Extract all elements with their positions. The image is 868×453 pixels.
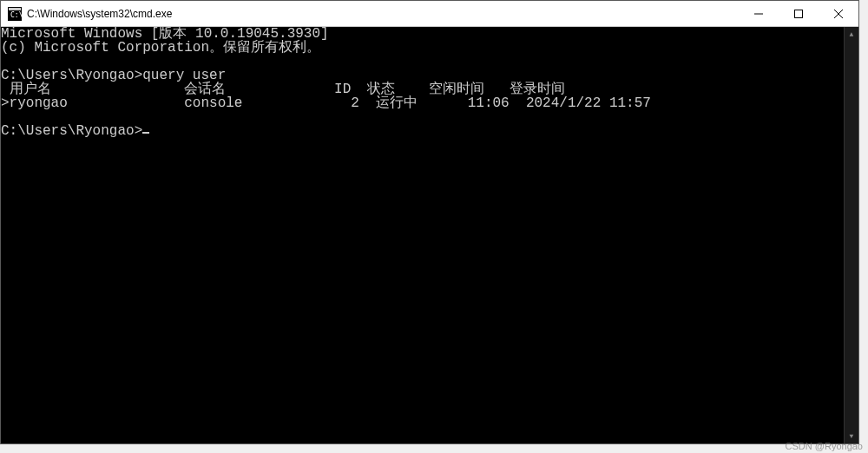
svg-rect-4 bbox=[795, 10, 803, 17]
close-button[interactable] bbox=[819, 1, 858, 26]
terminal-area[interactable]: Microsoft Windows [版本 10.0.19045.3930] (… bbox=[1, 27, 858, 443]
query-row: >ryongao console 2 运行中 11:06 2024/1/22 1… bbox=[1, 95, 651, 111]
titlebar[interactable]: C:\ C:\Windows\system32\cmd.exe bbox=[1, 1, 858, 27]
terminal-output: Microsoft Windows [版本 10.0.19045.3930] (… bbox=[1, 27, 844, 443]
cursor bbox=[142, 132, 149, 134]
maximize-button[interactable] bbox=[779, 1, 819, 26]
scroll-up-icon[interactable]: ▲ bbox=[845, 27, 858, 42]
prompt-2: C:\Users\Ryongao> bbox=[1, 123, 142, 139]
minimize-button[interactable] bbox=[739, 1, 779, 26]
cmd-window: C:\ C:\Windows\system32\cmd.exe Microsof… bbox=[0, 0, 859, 444]
window-controls bbox=[739, 1, 858, 26]
svg-rect-1 bbox=[9, 8, 21, 10]
vertical-scrollbar[interactable]: ▲ ▼ bbox=[844, 27, 858, 443]
watermark: CSDN @Ryongao bbox=[786, 441, 863, 451]
banner-line-2: (c) Microsoft Corporation。保留所有权利。 bbox=[1, 40, 320, 56]
cmd-icon: C:\ bbox=[8, 7, 22, 21]
window-title: C:\Windows\system32\cmd.exe bbox=[27, 8, 739, 20]
svg-text:C:\: C:\ bbox=[10, 11, 22, 19]
